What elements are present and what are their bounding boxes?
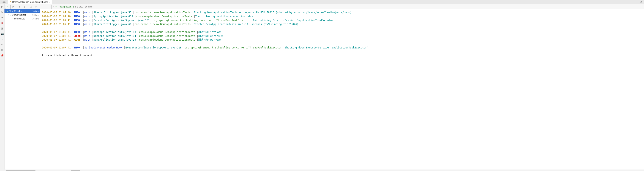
tree-class-duration: 166 ms (32, 14, 39, 16)
expand-toggle[interactable]: ▼ (5, 10, 7, 12)
log-line: 2020-05-07 01:07:41 |INFO |main |DemoApp… (42, 30, 642, 34)
run-tab-bar: Run: ⬘ DemoApplicationTests.contextLoads… (0, 0, 644, 4)
bottom-scrollbar[interactable] (0, 169, 644, 171)
tree-class-label: DemoApplicati (12, 14, 32, 16)
tree-root-duration: 166 ms (32, 10, 39, 12)
run-label: Run: (2, 1, 6, 3)
log-blank-line (42, 42, 642, 46)
close-icon[interactable]: × (49, 1, 50, 3)
test-toolbar: ✔ ⊘ ↧ ↥ ⇲ ⇱ ↑ ↓ » ✔ Tests passed: 1 of 1… (4, 4, 644, 9)
log-line: 2020-05-07 01:07:41 |INFO |main |Startup… (42, 22, 642, 26)
separator (28, 5, 28, 9)
gear-icon[interactable]: ⚙ (640, 1, 642, 4)
expand-toggle[interactable]: ▼ (8, 14, 10, 16)
content-panel: ✔ ⊘ ↧ ↥ ⇲ ⇱ ↑ ↓ » ✔ Tests passed: 1 of 1… (4, 4, 644, 169)
rerun-failed-icon[interactable]: ↻ (1, 11, 3, 14)
log-line: 2020-05-07 01:07:40 |INFO |main |Startup… (42, 11, 642, 15)
check-icon: ✔ (10, 14, 12, 16)
tree-root-label: Test Results (9, 10, 32, 13)
sort-asc-button[interactable]: ↧ (17, 5, 22, 9)
log-line: 2020-05-07 01:07:41 |WARN |main |DemoApp… (42, 38, 642, 42)
separator (16, 5, 16, 9)
layout-icon[interactable]: ▤ (1, 49, 3, 51)
show-ignored-button[interactable]: ⊘ (10, 5, 15, 9)
collapse-all-button[interactable]: ⇱ (34, 5, 39, 9)
exit-icon[interactable]: ⇤ (1, 43, 3, 46)
tree-test-row[interactable]: ✔ contextLoa 166 ms (4, 17, 40, 21)
tests-passed-suffix: of 1 test – 166 ms (74, 6, 92, 8)
tree-class-row[interactable]: ▼ ✔ DemoApplicati 166 ms (4, 13, 40, 17)
tree-root[interactable]: ▼ ✔ Test Results 166 ms (4, 9, 40, 13)
check-icon: ✔ (55, 6, 57, 8)
run-config-tab[interactable]: ⬘ DemoApplicationTests.contextLoads × (8, 0, 52, 4)
run-icon: ⬘ (10, 1, 12, 3)
tests-passed-count: Tests passed: 1 (58, 6, 74, 8)
separator (51, 5, 52, 9)
log-line: 2020-05-07 01:07:40 |INFO |main |SpringA… (42, 15, 642, 18)
toggle-autorun-icon[interactable]: ⟳ (1, 16, 3, 19)
test-tree-panel[interactable]: ▼ ✔ Test Results 166 ms ▼ ✔ DemoApplicat… (4, 9, 40, 169)
pin-icon[interactable]: 📌 (1, 54, 4, 57)
separator (40, 5, 40, 9)
show-passed-button[interactable]: ✔ (5, 5, 10, 9)
tree-test-label: contextLoa (14, 17, 32, 20)
tree-test-duration: 166 ms (32, 18, 39, 20)
tools-icon[interactable]: ✦ (1, 38, 3, 41)
sort-desc-button[interactable]: ↥ (22, 5, 27, 9)
log-blank-line (42, 50, 642, 54)
expand-all-button[interactable]: ⇲ (29, 5, 34, 9)
log-line: 2020-05-07 01:07:41 |ERROR |main |DemoAp… (42, 34, 642, 38)
check-icon: ✔ (12, 18, 14, 20)
dump-icon[interactable]: ◪ (1, 27, 3, 30)
log-line: 2020-05-07 01:07:41 |INFO |SpringContext… (42, 46, 642, 50)
log-blank-line (42, 26, 642, 30)
main-area: ▶ ↻ ⟳ ■ ◪ 📷 ✦ ⇤ ▤ 📌 ✔ ⊘ ↧ ↥ ⇲ ⇱ ↑ ↓ » ✔ … (0, 4, 644, 169)
body-split: ▼ ✔ Test Results 166 ms ▼ ✔ DemoApplicat… (4, 9, 644, 169)
stop-icon[interactable]: ■ (2, 22, 3, 24)
run-button[interactable]: ▶ (1, 5, 3, 8)
log-plain-line: Process finished with exit code 0 (42, 54, 642, 57)
dbl-arrow-icon: » (53, 6, 54, 8)
scroll-thumb[interactable] (71, 170, 80, 171)
tab-title: DemoApplicationTests.contextLoads (12, 1, 48, 3)
test-status-text: Tests passed: 1 of 1 test – 166 ms (58, 6, 92, 8)
console-output[interactable]: 2020-05-07 01:07:40 |INFO |main |Startup… (40, 9, 644, 169)
next-failed-button[interactable]: ↓ (46, 5, 50, 9)
previous-failed-button[interactable]: ↑ (40, 5, 46, 9)
scroll-thumb[interactable] (6, 170, 36, 171)
check-icon: ✔ (7, 10, 9, 13)
camera-icon[interactable]: 📷 (1, 32, 4, 35)
log-line: 2020-05-07 01:07:41 |INFO |main |Executo… (42, 18, 642, 22)
left-gutter: ▶ ↻ ⟳ ■ ◪ 📷 ✦ ⇤ ▤ 📌 (0, 4, 4, 169)
